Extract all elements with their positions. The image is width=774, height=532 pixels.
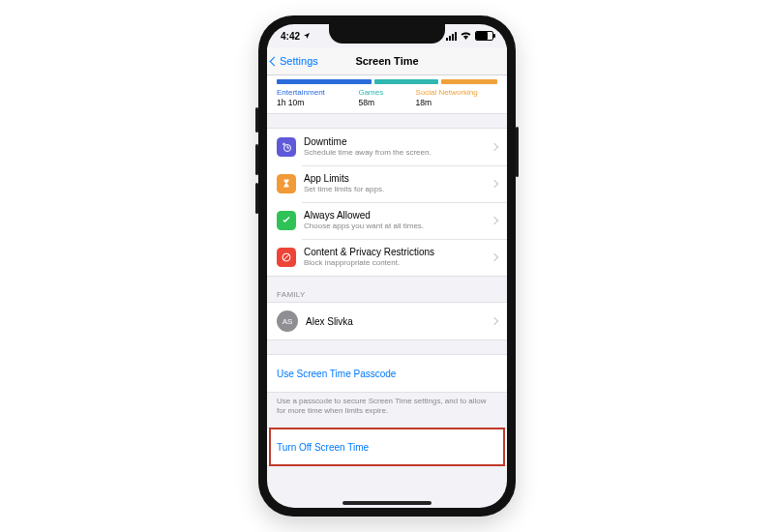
row-content-privacy[interactable]: Content & Privacy RestrictionsBlock inap… bbox=[267, 239, 507, 276]
downtime-icon bbox=[277, 137, 296, 157]
chevron-right-icon bbox=[491, 143, 498, 151]
location-icon bbox=[303, 32, 311, 40]
category-entertainment: Entertainment bbox=[277, 88, 325, 97]
restrict-icon bbox=[277, 248, 296, 267]
notch bbox=[329, 24, 445, 44]
battery-icon bbox=[475, 31, 493, 41]
activity-bar bbox=[277, 79, 497, 84]
svg-line-3 bbox=[283, 254, 289, 260]
wifi-icon bbox=[461, 32, 471, 40]
status-time: 4:42 bbox=[281, 31, 300, 42]
navigation-bar: Settings Screen Time bbox=[267, 47, 507, 75]
category-social: Social Networking bbox=[416, 88, 478, 97]
section-header-family: FAMILY bbox=[267, 290, 507, 302]
passcode-note: Use a passcode to secure Screen Time set… bbox=[267, 393, 507, 416]
cell-signal-icon bbox=[446, 32, 457, 41]
chevron-right-icon bbox=[491, 253, 498, 261]
row-use-passcode[interactable]: Use Screen Time Passcode bbox=[267, 355, 507, 392]
iphone-device-frame: 4:42 Settings Screen Time bbox=[258, 15, 516, 517]
chevron-right-icon bbox=[491, 217, 498, 224]
chevron-right-icon bbox=[491, 317, 498, 325]
page-title: Screen Time bbox=[355, 55, 418, 67]
options-group: DowntimeSchedule time away from the scre… bbox=[267, 128, 507, 277]
avatar: AS bbox=[277, 310, 298, 332]
row-always-allowed[interactable]: Always AllowedChoose apps you want at al… bbox=[267, 202, 507, 239]
row-family-member[interactable]: AS Alex Slivka bbox=[267, 303, 507, 340]
activity-summary[interactable]: Entertainment1h 10m Games58m Social Netw… bbox=[267, 75, 507, 114]
chevron-left-icon bbox=[270, 56, 280, 66]
row-downtime[interactable]: DowntimeSchedule time away from the scre… bbox=[267, 129, 507, 165]
row-app-limits[interactable]: App LimitsSet time limits for apps. bbox=[267, 165, 507, 202]
back-label: Settings bbox=[280, 55, 318, 67]
hourglass-icon bbox=[277, 174, 296, 193]
check-icon bbox=[277, 211, 296, 230]
passcode-group: Use Screen Time Passcode bbox=[267, 354, 507, 393]
row-turn-off-screen-time[interactable]: Turn Off Screen Time bbox=[267, 429, 507, 465]
home-indicator[interactable] bbox=[342, 501, 432, 505]
chevron-right-icon bbox=[491, 180, 498, 188]
turn-off-group: Turn Off Screen Time bbox=[267, 428, 507, 466]
screen: 4:42 Settings Screen Time bbox=[267, 24, 507, 508]
svg-point-1 bbox=[283, 143, 285, 146]
back-button[interactable]: Settings bbox=[271, 55, 318, 67]
category-games: Games bbox=[358, 88, 383, 97]
